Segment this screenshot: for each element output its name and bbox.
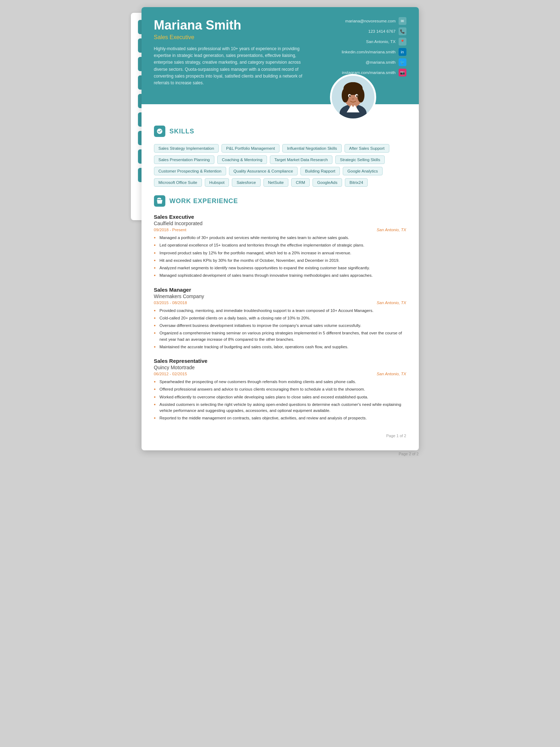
job-title: Sales Manager <box>154 287 406 293</box>
front-page: Mariana Smith Sales Executive Highly-mot… <box>142 7 419 450</box>
skill-tag: Strategic Selling Skills <box>335 155 385 164</box>
bullet: Provided coaching, mentoring, and immedi… <box>154 308 406 314</box>
svg-point-11 <box>356 95 358 97</box>
linkedin-contact: linkedin.com/in/mariana.smith in <box>342 48 406 56</box>
skill-tag: P&L Portfolio Management <box>222 144 279 153</box>
svg-point-6 <box>357 88 364 102</box>
job-dates: 09/2018 - Present <box>154 228 186 232</box>
job-company: Caulfield Incorporated <box>154 221 406 226</box>
bullet: Assisted customers in selecting the righ… <box>154 402 406 414</box>
skill-tag: Sales Strategy Implementation <box>154 144 219 153</box>
job-company: Quincy Motortrade <box>154 365 406 370</box>
skills-title: SKILLS <box>170 128 194 135</box>
job-bullets: Provided coaching, mentoring, and immedi… <box>154 308 406 350</box>
skills-grid: Sales Strategy ImplementationP&L Portfol… <box>154 144 406 187</box>
job-dates: 03/2015 - 08/2018 <box>154 301 187 305</box>
twitter-text: @mariana.smith <box>366 60 396 64</box>
skill-tag: Sales Presentation Planning <box>154 155 215 164</box>
location-text: San Antonio, TX <box>366 39 396 44</box>
linkedin-text: linkedin.com/in/mariana.smith <box>342 50 395 54</box>
job-0: Sales Executive Caulfield Incorporated 0… <box>154 214 406 279</box>
jobs-container: Sales Executive Caulfield Incorporated 0… <box>154 214 406 422</box>
linkedin-icon: in <box>399 48 406 56</box>
skills-header: SKILLS <box>154 126 406 139</box>
skills-section: SKILLS Sales Strategy ImplementationP&L … <box>154 126 406 187</box>
skill-tag: GoogleAds <box>313 178 342 187</box>
page-2-label: Page 2 of 2 <box>142 452 419 456</box>
job-bullets: Spearheaded the prospecting of new custo… <box>154 379 406 422</box>
phone-text: 123 1414 6767 <box>368 29 396 33</box>
email-contact: mariana@novoresume.com ✉ <box>342 17 406 25</box>
skill-tag: Customer Prospecting & Retention <box>154 167 226 175</box>
bullet: Maintained the accurate tracking of budg… <box>154 344 406 350</box>
skill-tag: CRM <box>291 178 310 187</box>
skill-tag: Bitrix24 <box>345 178 368 187</box>
work-experience-section: WORK EXPERIENCE Sales Executive Caulfiel… <box>154 195 406 422</box>
location-icon: 📍 <box>399 38 406 46</box>
bullet: Spearheaded the prospecting of new custo… <box>154 379 406 385</box>
bullet: Hit and exceeded sales KPIs by 30% for t… <box>154 258 406 264</box>
bullet: Reported to the middle management on con… <box>154 415 406 421</box>
job-title: Sales Executive <box>154 214 406 220</box>
svg-point-7 <box>345 82 361 91</box>
bullet: Managed a portfolio of 30+ products and … <box>154 235 406 241</box>
instagram-icon: 📷 <box>399 69 406 76</box>
skill-tag: Influential Negotiation Skills <box>282 144 342 153</box>
bullet: Oversaw different business development i… <box>154 323 406 329</box>
job-location: San Antonio, TX <box>377 301 406 305</box>
skills-icon <box>154 126 165 137</box>
work-title: WORK EXPERIENCE <box>170 197 238 205</box>
phone-icon: 📞 <box>399 27 406 35</box>
avatar <box>330 74 376 120</box>
candidate-summary: Highly-motivated sales professional with… <box>154 46 307 86</box>
job-company: Winemakers Company <box>154 293 406 299</box>
bullet: Cold-called 20+ potential clients on a d… <box>154 315 406 321</box>
work-header: WORK EXPERIENCE <box>154 195 406 209</box>
job-meta: 03/2015 - 08/2018 San Antonio, TX <box>154 301 406 305</box>
bullet: Offered professional answers and advice … <box>154 386 406 392</box>
contact-section: mariana@novoresume.com ✉ 123 1414 6767 📞… <box>342 17 406 79</box>
bullet: Improved product sales by 12% for the po… <box>154 250 406 256</box>
skill-tag: Microsoft Office Suite <box>154 178 202 187</box>
job-location: San Antonio, TX <box>377 372 406 376</box>
bullet: Worked efficiently to overcome objection… <box>154 394 406 400</box>
resume-wrapper: 💼 💼 🏆 📋 🏆 🏆 🌐 🔒 ✏️ Sales Strategy Impl..… <box>142 7 419 456</box>
skill-tag: Hubspot <box>205 178 229 187</box>
skill-tag: Google Analytics <box>343 167 383 175</box>
job-dates: 06/2012 - 02/2015 <box>154 372 187 376</box>
bullet: Managed sophisticated development of sal… <box>154 272 406 279</box>
email-icon: ✉ <box>399 17 406 25</box>
page-number: Page 1 of 2 <box>154 430 406 440</box>
resume-body: SKILLS Sales Strategy ImplementationP&L … <box>142 104 419 450</box>
email-text: mariana@novoresume.com <box>345 19 395 23</box>
job-title: Sales Representative <box>154 358 406 364</box>
skill-tag: After Sales Support <box>345 144 389 153</box>
location-contact: San Antonio, TX 📍 <box>342 38 406 46</box>
bullet: Organized a comprehensive training semin… <box>154 330 406 343</box>
job-1: Sales Manager Winemakers Company 03/2015… <box>154 287 406 350</box>
svg-point-12 <box>352 98 354 100</box>
skill-tag: NetSuite <box>263 178 288 187</box>
svg-point-10 <box>349 95 351 97</box>
skill-tag: Quality Assurance & Compliance <box>229 167 298 175</box>
job-bullets: Managed a portfolio of 30+ products and … <box>154 235 406 279</box>
work-icon <box>154 195 165 207</box>
job-meta: 09/2018 - Present San Antonio, TX <box>154 228 406 232</box>
skill-tag: Target Market Data Research <box>270 155 332 164</box>
phone-contact: 123 1414 6767 📞 <box>342 27 406 35</box>
skill-tag: Coaching & Mentoring <box>217 155 267 164</box>
job-2: Sales Representative Quincy Motortrade 0… <box>154 358 406 422</box>
resume-header: Mariana Smith Sales Executive Highly-mot… <box>142 7 419 104</box>
svg-point-5 <box>342 88 349 102</box>
twitter-contact: @mariana.smith 🐦 <box>342 58 406 66</box>
bullet: Analyzed market segments to identify new… <box>154 265 406 271</box>
job-location: San Antonio, TX <box>377 228 406 232</box>
bullet: Led operational excellence of 15+ locati… <box>154 242 406 248</box>
skill-tag: Building Rapport <box>300 167 340 175</box>
twitter-icon: 🐦 <box>399 58 406 66</box>
job-meta: 06/2012 - 02/2015 San Antonio, TX <box>154 372 406 376</box>
skill-tag: Salesforce <box>232 178 260 187</box>
